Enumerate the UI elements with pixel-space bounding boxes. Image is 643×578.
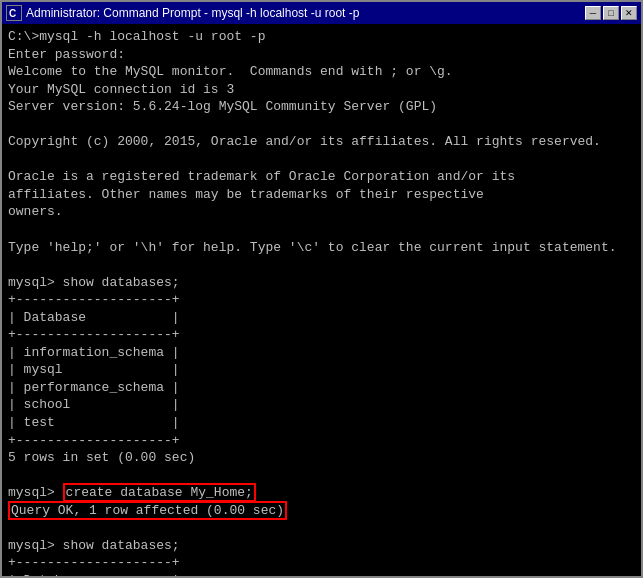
terminal-line: Enter password: — [8, 46, 635, 64]
terminal-line: 5 rows in set (0.00 sec) — [8, 449, 635, 467]
terminal-line: +--------------------+ — [8, 291, 635, 309]
cmd-icon: C — [6, 5, 22, 21]
terminal-line — [8, 116, 635, 134]
terminal-line: affiliates. Other names may be trademark… — [8, 186, 635, 204]
terminal-line — [8, 256, 635, 274]
svg-text:C: C — [9, 8, 16, 19]
close-button[interactable]: ✕ — [621, 6, 637, 20]
title-bar-left: C Administrator: Command Prompt - mysql … — [6, 5, 359, 21]
terminal-line: | Database | — [8, 572, 635, 576]
terminal-line — [8, 151, 635, 169]
terminal-line: +--------------------+ — [8, 554, 635, 572]
terminal-line: owners. — [8, 203, 635, 221]
terminal-line — [8, 221, 635, 239]
terminal-line: mysql> show databases; — [8, 537, 635, 555]
terminal-line: Server version: 5.6.24-log MySQL Communi… — [8, 98, 635, 116]
window-controls: ─ □ ✕ — [585, 6, 637, 20]
terminal-line: | performance_schema | — [8, 379, 635, 397]
terminal-line — [8, 467, 635, 485]
maximize-button[interactable]: □ — [603, 6, 619, 20]
highlight-create-command: create database My_Home; — [63, 483, 256, 502]
terminal-body[interactable]: C:\>mysql -h localhost -u root -p Enter … — [2, 24, 641, 576]
terminal-line: mysql> show databases; — [8, 274, 635, 292]
terminal-line: Copyright (c) 2000, 2015, Oracle and/or … — [8, 133, 635, 151]
terminal-window: C Administrator: Command Prompt - mysql … — [0, 0, 643, 578]
terminal-line: Oracle is a registered trademark of Orac… — [8, 168, 635, 186]
terminal-line: Welcome to the MySQL monitor. Commands e… — [8, 63, 635, 81]
terminal-line: | test | — [8, 414, 635, 432]
terminal-line: C:\>mysql -h localhost -u root -p — [8, 28, 635, 46]
terminal-line: +--------------------+ — [8, 432, 635, 450]
terminal-line-query: Query OK, 1 row affected (0.00 sec) — [8, 502, 635, 520]
terminal-line: +--------------------+ — [8, 326, 635, 344]
highlight-query-result: Query OK, 1 row affected (0.00 sec) — [8, 501, 287, 520]
terminal-line: | information_schema | — [8, 344, 635, 362]
title-bar: C Administrator: Command Prompt - mysql … — [2, 2, 641, 24]
terminal-line: Your MySQL connection id is 3 — [8, 81, 635, 99]
terminal-line: | mysql | — [8, 361, 635, 379]
terminal-line: | school | — [8, 396, 635, 414]
terminal-line: | Database | — [8, 309, 635, 327]
terminal-line — [8, 519, 635, 537]
terminal-line-create: mysql> create database My_Home; — [8, 484, 635, 502]
window-title: Administrator: Command Prompt - mysql -h… — [26, 6, 359, 20]
terminal-line: Type 'help;' or '\h' for help. Type '\c'… — [8, 239, 635, 257]
minimize-button[interactable]: ─ — [585, 6, 601, 20]
